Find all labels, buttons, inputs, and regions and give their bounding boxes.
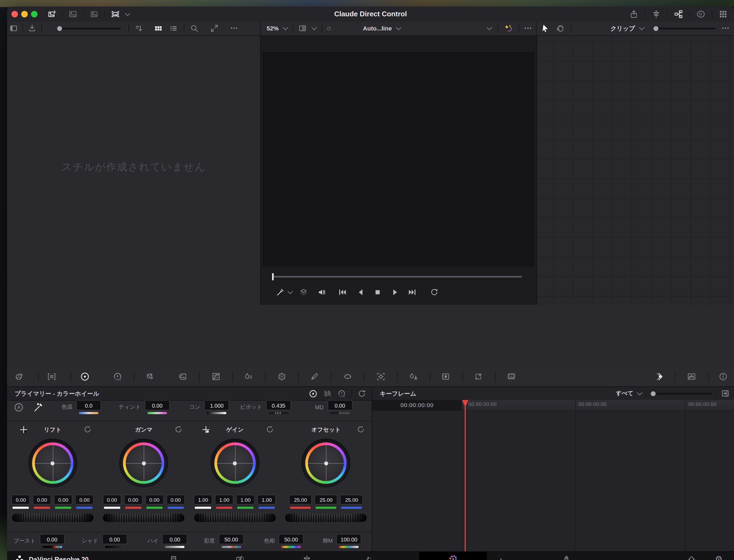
audio-mute-icon[interactable] [317,288,326,297]
tint-value[interactable]: 0.00 [145,400,170,410]
skip-to-end-icon[interactable] [408,288,417,297]
lift-master-wheel[interactable] [12,513,94,522]
thumbnail-size-slider[interactable] [57,27,121,29]
curves-icon[interactable] [212,372,220,381]
cursor-tool-icon[interactable] [541,24,549,33]
page-fairlight[interactable]: ♪ [493,552,508,560]
color-wheels-icon[interactable] [80,372,90,381]
offset-green-value[interactable]: 25.00 [315,495,338,504]
keyframe-playhead[interactable] [465,400,466,551]
node-mode-chevron-icon[interactable] [639,25,644,30]
qualifier-icon[interactable] [244,372,253,381]
hue-value[interactable]: 50.00 [279,534,304,544]
lift-red-value[interactable]: 0.00 [33,495,51,504]
wipe-mode-dropdown[interactable]: Auto...line [363,25,392,32]
log-mode-icon[interactable]: LOG [337,389,346,398]
keyframe-filter-dropdown[interactable]: すべて [616,390,634,397]
node-zoom-slider[interactable] [653,27,715,29]
eyedropper-icon[interactable] [276,288,285,297]
workspace-grid-icon[interactable] [719,10,727,19]
scopes-icon[interactable] [687,372,696,381]
offset-wheel-handle[interactable] [324,461,329,466]
timeline-stills-icon[interactable] [90,10,99,19]
pen-tool-icon[interactable] [310,372,319,381]
wipe-layers-icon[interactable] [299,288,308,297]
node-view-mode[interactable]: クリップ [610,24,635,32]
fullscreen-icon[interactable] [210,24,219,33]
keyframe-filter-chevron-icon[interactable] [637,390,642,395]
highlight-value[interactable]: 0.00 [162,534,188,544]
zoom-chevron-icon[interactable] [283,25,288,30]
gain-master-value[interactable]: 1.00 [194,495,213,504]
stereo-3d-icon[interactable]: 3D [507,372,516,381]
reset-all-icon[interactable] [358,389,366,398]
eyedropper-chevron-icon[interactable] [288,289,293,294]
stills-album-icon[interactable] [69,10,77,19]
viewer-scrubber[interactable] [273,276,522,278]
gamma-color-wheel[interactable] [119,439,168,488]
offset-blue-value[interactable]: 25.00 [340,495,363,504]
gallery-panel[interactable]: スチルが作成されていません [7,36,261,305]
ellipse-window-icon[interactable] [343,372,352,381]
page-color-active-tile[interactable] [419,552,487,560]
wheels-mode-icon[interactable] [309,389,318,398]
keyframe-expand-icon[interactable] [721,389,730,398]
gamma-green-value[interactable]: 0.00 [145,495,164,504]
gain-blue-value[interactable]: 1.00 [258,495,276,504]
play-reverse-icon[interactable] [357,288,365,297]
sort-icon[interactable] [134,24,143,33]
viewer-right-chevron-icon[interactable] [487,25,492,30]
gain-master-wheel[interactable] [194,513,276,522]
node-editor-panel[interactable] [537,36,734,305]
white-balance-picker-icon[interactable] [33,402,44,413]
lift-color-wheel[interactable] [28,439,77,488]
play-icon[interactable] [391,288,399,297]
grab-still-icon[interactable] [47,10,56,19]
lut-browser-icon[interactable] [47,372,56,381]
lift-blue-value[interactable]: 0.00 [75,495,94,504]
gain-reset-icon[interactable] [265,425,274,434]
viewer-canvas[interactable] [263,52,534,266]
sizing-icon[interactable] [474,372,483,381]
grab-still-download-icon[interactable] [28,24,36,33]
power-window-icon[interactable] [278,372,286,381]
offset-red-value[interactable]: 25.00 [289,495,312,504]
search-icon[interactable] [190,24,199,33]
camera-raw-icon[interactable] [15,372,23,381]
bars-mode-icon[interactable] [323,389,332,398]
timeline-options-icon[interactable] [652,10,661,19]
gallery-more-icon[interactable]: ••• [231,26,238,31]
saturation-value[interactable]: 50.00 [219,534,244,544]
gain-red-value[interactable]: 1.00 [215,495,234,504]
shot-match-icon[interactable] [179,372,187,381]
stop-icon[interactable] [373,288,382,297]
page-cut[interactable] [232,552,248,560]
settings-button[interactable]: ⚙ [711,552,726,560]
gamma-wheel-handle[interactable] [142,461,146,466]
lift-reset-icon[interactable] [83,425,92,434]
viewer-zoom-level[interactable]: 52% [267,25,279,32]
gamma-red-value[interactable]: 0.00 [124,495,143,504]
blur-icon[interactable] [409,372,418,381]
grid-view-icon[interactable] [154,24,163,33]
auto-balance-icon[interactable]: A [14,402,24,413]
chevron-down-icon[interactable] [125,11,130,16]
gamma-reset-icon[interactable] [174,425,183,434]
info-icon[interactable] [719,372,727,381]
contrast-value[interactable]: 1.000 [204,400,229,410]
wipe-mode-chevron-icon[interactable] [396,25,401,30]
node-more-icon[interactable]: ••• [722,26,730,31]
lum-mix-value[interactable]: 100.00 [337,534,362,544]
boost-value[interactable]: 0.00 [39,534,65,544]
color-match-icon[interactable] [146,372,155,381]
pivot-value[interactable]: 0.435 [266,400,291,410]
keyframe-zoom-slider[interactable] [651,393,712,394]
home-button[interactable] [684,552,699,560]
page-edit[interactable] [299,552,315,560]
page-media[interactable] [166,552,181,560]
gain-color-wheel[interactable] [211,439,260,488]
page-deliver[interactable] [559,552,574,560]
gain-green-value[interactable]: 1.00 [237,495,255,504]
offset-color-wheel[interactable] [302,439,351,488]
tracker-icon[interactable] [376,372,385,381]
